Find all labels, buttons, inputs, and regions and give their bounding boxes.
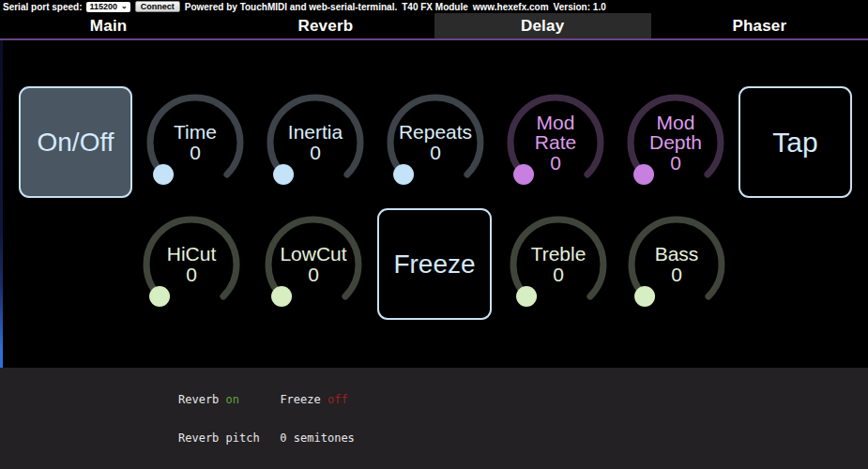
tab-main[interactable]: Main bbox=[0, 13, 217, 38]
tab-bar: Main Reverb Delay Phaser bbox=[0, 13, 868, 38]
knob-label: HiCut bbox=[167, 244, 217, 265]
knob-value: 0 bbox=[430, 143, 441, 163]
knob-label: Mod Depth bbox=[635, 113, 716, 153]
chevron-down-icon: ⌄ bbox=[121, 3, 128, 10]
knob-label: Mod Rate bbox=[515, 113, 596, 153]
knob-hicut[interactable]: HiCut 0 bbox=[137, 210, 246, 319]
terminal-line: Reverb pitch 0 semitones bbox=[178, 432, 868, 446]
terminal-line: Reverb on Freeze off bbox=[178, 394, 868, 407]
knob-time[interactable]: Time 0 bbox=[141, 88, 250, 197]
knob-value: 0 bbox=[190, 143, 201, 163]
knob-label: Treble bbox=[531, 244, 586, 265]
knob-mod-rate[interactable]: Mod Rate 0 bbox=[501, 88, 610, 197]
knob-value: 0 bbox=[186, 265, 197, 285]
connect-button[interactable]: Connect bbox=[135, 1, 180, 12]
knob-inertia[interactable]: Inertia 0 bbox=[261, 88, 370, 197]
knob-value: 0 bbox=[550, 153, 561, 174]
tab-underline-divider bbox=[0, 38, 868, 40]
status-on-badge: on bbox=[226, 393, 239, 406]
knob-label: LowCut bbox=[280, 244, 346, 265]
serial-speed-label: Serial port speed: bbox=[3, 2, 82, 12]
tab-reverb[interactable]: Reverb bbox=[217, 13, 434, 38]
knob-caption: Repeats 0 bbox=[381, 88, 490, 197]
knob-value: 0 bbox=[553, 265, 564, 285]
knob-caption: HiCut 0 bbox=[137, 210, 246, 319]
knob-caption: Mod Depth 0 bbox=[621, 88, 730, 197]
tab-delay[interactable]: Delay bbox=[434, 13, 651, 38]
knob-treble[interactable]: Treble 0 bbox=[504, 210, 613, 319]
knob-label: Inertia bbox=[288, 122, 343, 143]
knob-caption: LowCut 0 bbox=[259, 210, 368, 319]
terminal-text-segment: Freeze bbox=[239, 393, 327, 406]
module-name: T40 FX Module bbox=[402, 2, 468, 12]
knob-value: 0 bbox=[670, 153, 681, 174]
status-off-badge: off bbox=[327, 393, 348, 406]
knob-caption: Treble 0 bbox=[504, 210, 613, 319]
knob-caption: Mod Rate 0 bbox=[501, 88, 610, 197]
knob-caption: Bass 0 bbox=[622, 210, 731, 319]
serial-speed-value: 115200 bbox=[89, 2, 117, 11]
knob-value: 0 bbox=[310, 143, 321, 163]
knob-lowcut[interactable]: LowCut 0 bbox=[259, 210, 368, 319]
serial-speed-select[interactable]: 115200 ⌄ bbox=[86, 2, 129, 12]
serial-toolbar: Serial port speed: 115200 ⌄ Connect Powe… bbox=[0, 0, 868, 13]
knob-value: 0 bbox=[671, 265, 682, 285]
delay-onoff-button[interactable]: On/Off bbox=[19, 86, 132, 198]
serial-terminal-output[interactable]: Reverb on Freeze off Reverb pitch 0 semi… bbox=[0, 368, 868, 469]
powered-by-text: Powered by TouchMIDI and web-serial-term… bbox=[185, 2, 398, 12]
knob-label: Time bbox=[174, 122, 217, 143]
tap-tempo-button[interactable]: Tap bbox=[739, 86, 852, 198]
site-url: www.hexefx.com bbox=[473, 2, 549, 12]
knob-bass[interactable]: Bass 0 bbox=[622, 210, 731, 319]
terminal-text-segment: Reverb pitch 0 semitones bbox=[178, 431, 355, 445]
terminal-text-segment: Reverb bbox=[178, 393, 226, 406]
knob-caption: Time 0 bbox=[141, 88, 250, 197]
knob-caption: Inertia 0 bbox=[261, 88, 370, 197]
knob-value: 0 bbox=[308, 265, 319, 285]
knob-mod-depth[interactable]: Mod Depth 0 bbox=[621, 88, 730, 197]
knob-repeats[interactable]: Repeats 0 bbox=[381, 88, 490, 197]
knob-label: Bass bbox=[655, 244, 699, 265]
knob-label: Repeats bbox=[399, 122, 472, 143]
tab-phaser[interactable]: Phaser bbox=[651, 13, 868, 38]
version-text: Version: 1.0 bbox=[554, 2, 606, 12]
freeze-button[interactable]: Freeze bbox=[377, 208, 492, 320]
